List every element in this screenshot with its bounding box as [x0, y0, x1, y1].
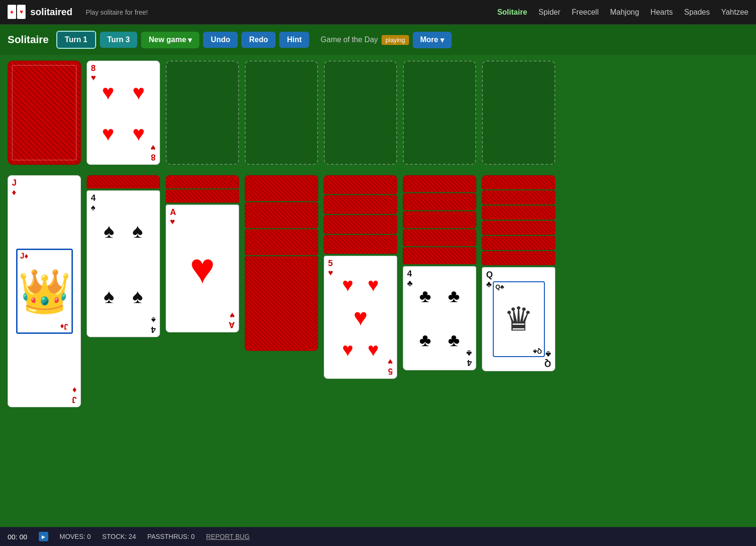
- col7-back-6: [482, 251, 555, 265]
- foundation-5[interactable]: [482, 61, 555, 165]
- col7-back-5: [482, 236, 555, 250]
- 5h-rank-top: 5♥: [328, 259, 333, 278]
- 5h-rank-bottom: 5♥: [388, 357, 393, 376]
- col7-back-3: [482, 206, 555, 220]
- waste-card-8h[interactable]: 8♥ ♥♥ ♥♥ 8♥: [87, 61, 160, 165]
- col2-back-1: [87, 175, 160, 188]
- qc-rank-bottom: Q♣: [544, 349, 551, 368]
- logo-card-right: ♥: [17, 5, 26, 19]
- tagline: Play solitaire for free!: [86, 9, 148, 16]
- game-of-day-label: Game of the Day: [320, 36, 378, 44]
- top-row: 8♥ ♥♥ ♥♥ 8♥: [8, 61, 748, 170]
- ah-rank-bottom: A♥: [229, 310, 235, 329]
- logo-icon: ♠ ♥: [8, 5, 27, 20]
- nav-yahtzee[interactable]: Yahtzee: [721, 8, 748, 17]
- 4s-center: ♠ ♠ ♠ ♠: [87, 191, 160, 337]
- status-bar: 00: 00 ▶ MOVES: 0 STOCK: 24 PASSTHRUS: 0…: [0, 527, 756, 546]
- tableau-col-4: [245, 175, 318, 351]
- foundation-4[interactable]: [403, 61, 476, 165]
- hint-button[interactable]: Hint: [279, 32, 309, 48]
- col4-stack: [245, 175, 318, 351]
- col6-stack: 4♣ ♣♣ ♣♣ 4♣: [403, 175, 476, 370]
- bottom-row: J♦ 👑 J♦ J♦ J♦ 4♠: [8, 175, 748, 521]
- more-button[interactable]: More ▾: [413, 32, 452, 48]
- undo-button[interactable]: Undo: [203, 32, 238, 48]
- col5-back-1: [324, 175, 397, 194]
- nav-spades[interactable]: Spades: [684, 8, 710, 17]
- turn3-button[interactable]: Turn 3: [100, 32, 138, 48]
- col3-back-1: [166, 175, 239, 188]
- waste-pile[interactable]: 8♥ ♥♥ ♥♥ 8♥: [87, 61, 160, 165]
- jd-rank-bottom: J♦: [72, 385, 77, 404]
- tableau-col-2: 4♠ ♠ ♠ ♠ ♠ 4♠: [87, 175, 160, 337]
- 5h-center: ♥♥ ♥ ♥♥: [324, 256, 397, 378]
- col5-stack: 5♥ ♥♥ ♥ ♥♥ 5♥: [324, 175, 397, 379]
- tableau-card-5h[interactable]: 5♥ ♥♥ ♥ ♥♥ 5♥: [324, 256, 397, 379]
- play-pause-button[interactable]: ▶: [39, 532, 48, 541]
- tableau-col-6: 4♣ ♣♣ ♣♣ 4♣: [403, 175, 476, 370]
- col7-back-1: [482, 175, 555, 189]
- nav-freecell[interactable]: Freecell: [572, 8, 599, 17]
- tableau-col-7: Q♣ ♛ Q♣ Q♣ Q♣: [482, 175, 555, 371]
- game-of-day: Game of the Day playing: [320, 35, 409, 45]
- col4-back-4: [245, 256, 318, 351]
- new-game-button[interactable]: New game ▾: [141, 32, 199, 48]
- game-area: 8♥ ♥♥ ♥♥ 8♥ J♦ 👑: [0, 55, 756, 527]
- col7-stack: Q♣ ♛ Q♣ Q♣ Q♣: [482, 175, 555, 371]
- playing-badge: playing: [382, 35, 409, 45]
- ah-rank-top: A♥: [170, 208, 176, 227]
- more-chevron-icon: ▾: [440, 36, 444, 45]
- tableau-card-4s[interactable]: 4♠ ♠ ♠ ♠ ♠ 4♠: [87, 190, 160, 337]
- timer: 00: 00: [8, 533, 27, 541]
- logo-card-left: ♠: [8, 5, 16, 19]
- stock-pile[interactable]: [8, 61, 81, 165]
- foundation-3[interactable]: [324, 61, 397, 165]
- col6-back-1: [403, 175, 476, 192]
- 4s-rank-top: 4♠: [91, 194, 96, 213]
- foundation-1[interactable]: [166, 61, 239, 165]
- game-title: Solitaire: [8, 34, 49, 46]
- ah-center: ♥: [166, 205, 239, 332]
- col3-stack: A♥ ♥ A♥: [166, 175, 239, 332]
- col6-back-5: [403, 247, 476, 264]
- card-rank-top: 8♥: [91, 64, 96, 83]
- tableau-card-ah[interactable]: A♥ ♥ A♥: [166, 205, 239, 332]
- col6-back-4: [403, 229, 476, 246]
- passthrus-label: PASSTHRUS: 0: [147, 533, 195, 540]
- card-rank-bottom: 8♥: [151, 143, 156, 161]
- tableau-col-3: A♥ ♥ A♥: [166, 175, 239, 332]
- tableau-col-5: 5♥ ♥♥ ♥ ♥♥ 5♥: [324, 175, 397, 379]
- new-game-label: New game: [149, 36, 186, 44]
- jd-rank-top: J♦: [12, 179, 17, 197]
- tableau-card-jd[interactable]: J♦ 👑 J♦ J♦ J♦: [8, 175, 81, 407]
- tableau-card-4c[interactable]: 4♣ ♣♣ ♣♣ 4♣: [403, 266, 476, 370]
- more-label: More: [420, 36, 438, 44]
- qc-rank-top: Q♣: [486, 270, 493, 289]
- tableau-card-qc[interactable]: Q♣ ♛ Q♣ Q♣ Q♣: [482, 267, 555, 371]
- nav-spider[interactable]: Spider: [539, 8, 560, 17]
- report-bug-link[interactable]: REPORT BUG: [206, 533, 249, 540]
- col4-back-3: [245, 229, 318, 255]
- turn1-button[interactable]: Turn 1: [56, 31, 96, 49]
- moves-label: MOVES: 0: [60, 533, 91, 540]
- logo-area: ♠ ♥ solitaired: [8, 5, 72, 20]
- nav-mahjong[interactable]: Mahjong: [610, 8, 639, 17]
- card-center-suits: ♥♥ ♥♥: [87, 61, 160, 164]
- toolbar: Solitaire Turn 1 Turn 3 New game ▾ Undo …: [0, 25, 756, 55]
- jd-center: 👑 J♦ J♦: [8, 176, 80, 407]
- col5-back-3: [324, 215, 397, 234]
- col6-back-2: [403, 193, 476, 210]
- new-game-chevron-icon: ▾: [188, 36, 192, 45]
- nav-links: Solitaire Spider Freecell Mahjong Hearts…: [497, 8, 748, 17]
- col5-back-2: [324, 195, 397, 214]
- 4c-rank-bottom: 4♣: [466, 348, 472, 367]
- nav-solitaire[interactable]: Solitaire: [497, 8, 527, 17]
- 4c-rank-top: 4♣: [407, 269, 413, 288]
- nav-hearts[interactable]: Hearts: [650, 8, 673, 17]
- tableau-col-1: J♦ 👑 J♦ J♦ J♦: [8, 175, 81, 407]
- redo-button[interactable]: Redo: [241, 32, 276, 48]
- col7-back-2: [482, 190, 555, 205]
- foundation-2[interactable]: [245, 61, 318, 165]
- col2-stack: 4♠ ♠ ♠ ♠ ♠ 4♠: [87, 175, 160, 337]
- col5-back-4: [324, 235, 397, 254]
